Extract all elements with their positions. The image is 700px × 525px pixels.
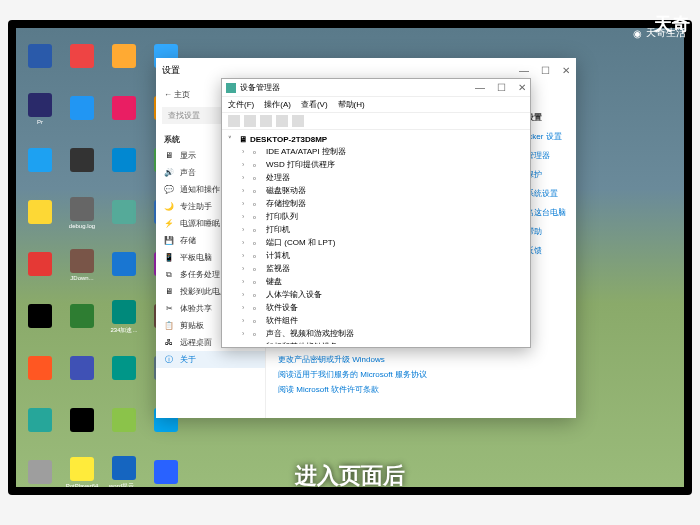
sidebar-item-label: 存储 xyxy=(180,235,196,246)
desktop-icon[interactable] xyxy=(104,32,144,82)
desktop-icon[interactable] xyxy=(104,240,144,290)
tree-node[interactable]: ›▫软件设备 xyxy=(228,301,524,314)
maximize-button[interactable]: ☐ xyxy=(497,82,506,93)
expander-icon[interactable]: › xyxy=(242,343,250,344)
expander-icon[interactable]: › xyxy=(242,187,250,194)
expander-icon[interactable]: › xyxy=(242,200,250,207)
tree-node[interactable]: ›▫鼠标和其他指针设备 xyxy=(228,340,524,344)
desktop-icon[interactable] xyxy=(20,396,60,446)
device-icon: ▫ xyxy=(253,226,263,234)
about-link[interactable]: 更改产品密钥或升级 Windows xyxy=(278,354,564,365)
expander-icon[interactable]: › xyxy=(242,317,250,324)
desktop-icon[interactable] xyxy=(20,344,60,394)
devmgr-tree: ˅ 🖥 DESKTOP-2T3D8MP ›▫IDE ATA/ATAPI 控制器›… xyxy=(222,130,530,344)
desktop-icon[interactable] xyxy=(20,136,60,186)
tree-node[interactable]: ›▫IDE ATA/ATAPI 控制器 xyxy=(228,145,524,158)
expander-icon[interactable]: › xyxy=(242,161,250,168)
close-button[interactable]: ✕ xyxy=(562,65,570,76)
sidebar-icon: 🖧 xyxy=(164,338,174,348)
expander-icon[interactable]: › xyxy=(242,226,250,233)
tree-node[interactable]: ›▫监视器 xyxy=(228,262,524,275)
desktop-icon[interactable] xyxy=(62,344,102,394)
desktop-icon[interactable] xyxy=(62,292,102,342)
desktop-icon[interactable] xyxy=(104,136,144,186)
toolbar-icon[interactable] xyxy=(228,115,240,127)
computer-icon: 🖥 xyxy=(239,135,247,144)
tree-node[interactable]: ›▫处理器 xyxy=(228,171,524,184)
sidebar-item-label: 通知和操作 xyxy=(180,184,220,195)
about-link[interactable]: 阅读 Microsoft 软件许可条款 xyxy=(278,384,564,395)
about-link[interactable]: 阅读适用于我们服务的 Microsoft 服务协议 xyxy=(278,369,564,380)
desktop-icon[interactable] xyxy=(62,84,102,134)
expander-icon[interactable]: › xyxy=(242,291,250,298)
sidebar-item-label: 显示 xyxy=(180,150,196,161)
device-icon: ▫ xyxy=(253,291,263,299)
tree-node[interactable]: ›▫存储控制器 xyxy=(228,197,524,210)
menu-item[interactable]: 查看(V) xyxy=(301,99,328,110)
close-button[interactable]: ✕ xyxy=(518,82,526,93)
sidebar-item[interactable]: ⓘ关于 xyxy=(156,351,265,368)
expander-icon[interactable]: › xyxy=(242,174,250,181)
desktop-icon[interactable] xyxy=(104,84,144,134)
tree-node[interactable]: ›▫人体学输入设备 xyxy=(228,288,524,301)
tree-node[interactable]: ›▫计算机 xyxy=(228,249,524,262)
tree-node[interactable]: ›▫键盘 xyxy=(228,275,524,288)
tree-node[interactable]: ›▫打印队列 xyxy=(228,210,524,223)
expander-icon[interactable]: › xyxy=(242,148,250,155)
desktop-icon[interactable] xyxy=(104,396,144,446)
toolbar-icon[interactable] xyxy=(260,115,272,127)
device-icon: ▫ xyxy=(253,161,263,169)
window-controls: — ☐ ✕ xyxy=(475,82,526,93)
desktop-icon[interactable]: debug.log xyxy=(62,188,102,238)
desktop-icon[interactable] xyxy=(62,32,102,82)
expander-icon[interactable]: › xyxy=(242,239,250,246)
expander-icon[interactable]: › xyxy=(242,252,250,259)
sidebar-icon: ⚡ xyxy=(164,219,174,229)
watermark-icon: ◉ xyxy=(633,28,642,39)
tree-node[interactable]: ›▫端口 (COM 和 LPT) xyxy=(228,236,524,249)
desktop-icon[interactable] xyxy=(20,240,60,290)
tree-node[interactable]: ›▫WSD 打印提供程序 xyxy=(228,158,524,171)
menu-item[interactable]: 帮助(H) xyxy=(338,99,365,110)
tree-root-node[interactable]: ˅ 🖥 DESKTOP-2T3D8MP xyxy=(228,134,524,145)
minimize-button[interactable]: — xyxy=(475,82,485,93)
desktop-icon[interactable] xyxy=(20,292,60,342)
sidebar-item-label: 体验共享 xyxy=(180,303,212,314)
minimize-button[interactable]: — xyxy=(519,65,529,76)
expander-icon[interactable]: › xyxy=(242,278,250,285)
desktop-icon[interactable]: 234加速... xyxy=(104,292,144,342)
sidebar-icon: ✂ xyxy=(164,304,174,314)
expander-icon[interactable]: › xyxy=(242,265,250,272)
expander-icon[interactable]: › xyxy=(242,213,250,220)
device-manager-window: 设备管理器 — ☐ ✕ 文件(F)操作(A)查看(V)帮助(H) ˅ 🖥 xyxy=(221,78,531,348)
desktop-icon[interactable]: Pr xyxy=(20,84,60,134)
menu-item[interactable]: 操作(A) xyxy=(264,99,291,110)
expander-icon[interactable]: › xyxy=(242,330,250,337)
desktop-icon[interactable] xyxy=(104,188,144,238)
expander-icon[interactable]: ˅ xyxy=(228,136,236,144)
tree-node[interactable]: ›▫打印机 xyxy=(228,223,524,236)
desktop-icon[interactable] xyxy=(20,188,60,238)
expander-icon[interactable]: › xyxy=(242,304,250,311)
tree-node[interactable]: ›▫磁盘驱动器 xyxy=(228,184,524,197)
tree-node[interactable]: ›▫声音、视频和游戏控制器 xyxy=(228,327,524,340)
sidebar-item-label: 专注助手 xyxy=(180,201,212,212)
maximize-button[interactable]: ☐ xyxy=(541,65,550,76)
toolbar-icon[interactable] xyxy=(292,115,304,127)
desktop-icon[interactable] xyxy=(62,396,102,446)
tree-node[interactable]: ›▫软件组件 xyxy=(228,314,524,327)
desktop-icon[interactable]: JDown... xyxy=(62,240,102,290)
menu-item[interactable]: 文件(F) xyxy=(228,99,254,110)
desktop-icon[interactable] xyxy=(20,32,60,82)
device-icon: ▫ xyxy=(253,343,263,345)
sidebar-item-label: 声音 xyxy=(180,167,196,178)
device-icon: ▫ xyxy=(253,174,263,182)
watermark: ◉ 天奇生活 xyxy=(633,26,686,40)
toolbar-icon[interactable] xyxy=(244,115,256,127)
sidebar-item-label: 剪贴板 xyxy=(180,320,204,331)
device-icon: ▫ xyxy=(253,265,263,273)
toolbar-icon[interactable] xyxy=(276,115,288,127)
desktop-icon[interactable] xyxy=(62,136,102,186)
device-icon: ▫ xyxy=(253,278,263,286)
desktop-icon[interactable] xyxy=(104,344,144,394)
